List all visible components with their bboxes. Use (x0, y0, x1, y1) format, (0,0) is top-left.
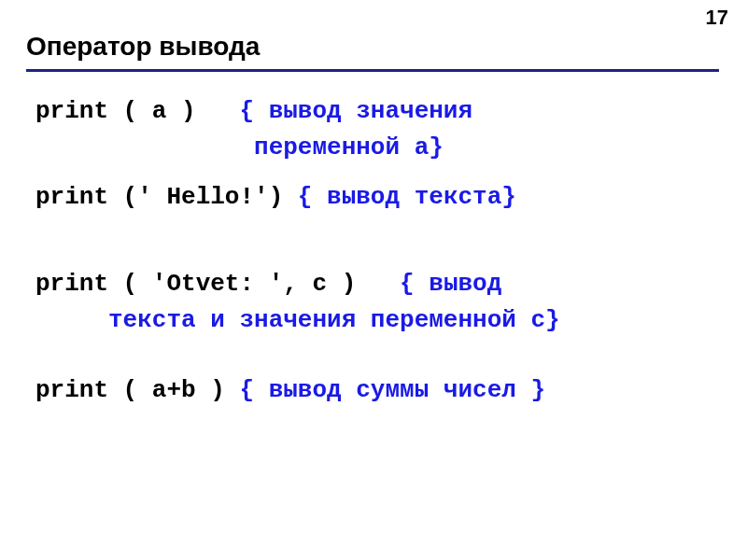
code-line-4: print ( 'Otvet: ', c ) { вывод (35, 266, 726, 302)
code-text: print ( a+b ) (35, 376, 239, 404)
code-line-5: текста и значения переменной c} (35, 302, 726, 339)
code-line-6: print ( a+b ) { вывод суммы чисел } (35, 372, 726, 409)
comment-text: { вывод суммы чисел } (239, 376, 545, 404)
code-line-1: print ( a ) { вывод значения (35, 93, 726, 130)
comment-text: { вывод текста} (298, 183, 516, 211)
comment-text: переменной a} (35, 133, 444, 161)
code-text: print ( a ) (35, 97, 239, 125)
code-text: print (' Hello!') (35, 183, 298, 211)
code-line-3: print (' Hello!') { вывод текста} (35, 179, 726, 216)
code-text: print ( 'Otvet: ', c ) (35, 270, 400, 298)
code-content: print ( a ) { вывод значения переменной … (35, 93, 726, 409)
code-line-2: переменной a} (35, 130, 726, 166)
comment-text: текста и значения переменной c} (35, 306, 560, 334)
comment-text: { вывод значения (239, 97, 472, 125)
comment-text: { вывод (400, 270, 501, 298)
page-number: 17 (706, 6, 728, 30)
slide-title: Оператор вывода (26, 32, 260, 62)
title-underline (26, 69, 719, 72)
